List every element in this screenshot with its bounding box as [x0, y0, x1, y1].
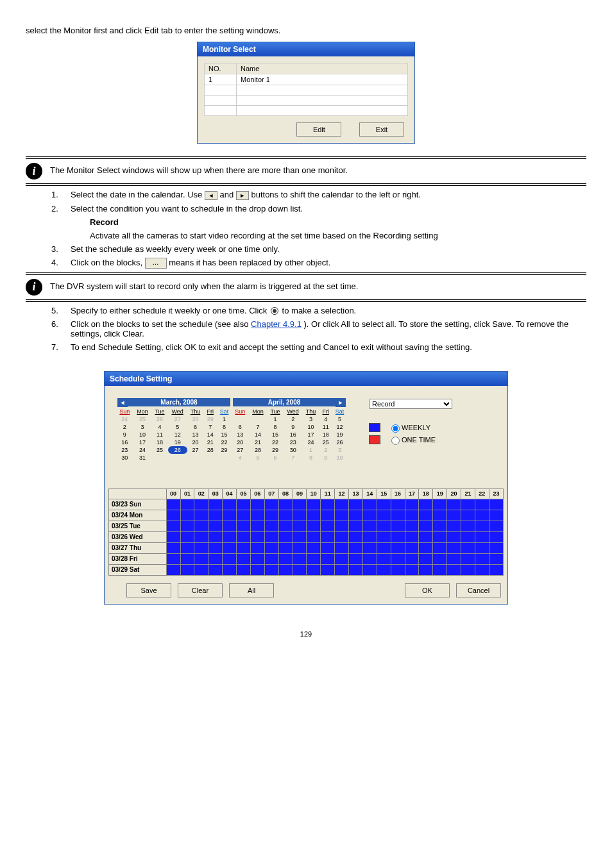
schedule-cell[interactable] — [405, 521, 419, 531]
schedule-cell[interactable] — [180, 521, 194, 531]
schedule-cell[interactable] — [250, 542, 264, 553]
schedule-cell[interactable] — [278, 499, 293, 510]
schedule-cell[interactable] — [461, 499, 475, 510]
schedule-cell[interactable] — [293, 531, 307, 542]
schedule-type-select[interactable]: Record — [369, 399, 452, 409]
schedule-cell[interactable] — [223, 564, 237, 575]
schedule-cell[interactable] — [194, 510, 208, 521]
schedule-cell[interactable] — [377, 531, 391, 542]
schedule-cell[interactable] — [321, 499, 335, 510]
weekly-radio[interactable] — [391, 424, 400, 433]
selected-date[interactable]: 26 — [168, 446, 187, 454]
schedule-cell[interactable] — [335, 531, 349, 542]
all-button[interactable]: All — [229, 583, 274, 597]
monitor-table[interactable]: NO. Name 1 Monitor 1 — [204, 63, 408, 116]
schedule-cell[interactable] — [447, 553, 461, 564]
schedule-cell[interactable] — [166, 564, 180, 575]
schedule-cell[interactable] — [208, 510, 223, 521]
schedule-cell[interactable] — [250, 553, 264, 564]
edit-button[interactable]: Edit — [296, 122, 341, 137]
schedule-cell[interactable] — [362, 531, 377, 542]
onetime-radio[interactable] — [391, 437, 400, 445]
schedule-cell[interactable] — [405, 499, 419, 510]
schedule-cell[interactable] — [208, 531, 223, 542]
schedule-cell[interactable] — [166, 521, 180, 531]
schedule-cell[interactable] — [433, 521, 447, 531]
schedule-cell[interactable] — [475, 499, 489, 510]
schedule-cell[interactable] — [307, 564, 321, 575]
schedule-cell[interactable] — [475, 542, 489, 553]
schedule-cell[interactable] — [180, 553, 194, 564]
schedule-cell[interactable] — [349, 564, 363, 575]
schedule-cell[interactable] — [433, 542, 447, 553]
schedule-cell[interactable] — [362, 510, 377, 521]
schedule-cell[interactable] — [362, 564, 377, 575]
schedule-cell[interactable] — [250, 564, 264, 575]
schedule-cell[interactable] — [264, 510, 278, 521]
schedule-cell[interactable] — [391, 564, 405, 575]
schedule-cell[interactable] — [293, 542, 307, 553]
schedule-cell[interactable] — [447, 521, 461, 531]
schedule-cell[interactable] — [278, 564, 293, 575]
schedule-cell[interactable] — [307, 499, 321, 510]
schedule-cell[interactable] — [391, 542, 405, 553]
schedule-cell[interactable] — [321, 542, 335, 553]
schedule-cell[interactable] — [194, 531, 208, 542]
schedule-cell[interactable] — [208, 521, 223, 531]
schedule-cell[interactable] — [321, 564, 335, 575]
schedule-cell[interactable] — [321, 510, 335, 521]
schedule-cell[interactable] — [447, 564, 461, 575]
schedule-cell[interactable] — [166, 531, 180, 542]
cal-next-button[interactable]: ► — [336, 398, 346, 407]
schedule-cell[interactable] — [237, 553, 251, 564]
schedule-cell[interactable] — [180, 531, 194, 542]
schedule-cell[interactable] — [433, 553, 447, 564]
schedule-cell[interactable] — [391, 521, 405, 531]
schedule-cell[interactable] — [166, 542, 180, 553]
schedule-cell[interactable] — [489, 542, 503, 553]
schedule-cell[interactable] — [461, 553, 475, 564]
schedule-cell[interactable] — [250, 531, 264, 542]
schedule-cell[interactable] — [250, 521, 264, 531]
schedule-cell[interactable] — [419, 521, 433, 531]
schedule-cell[interactable] — [419, 499, 433, 510]
exit-button[interactable]: Exit — [359, 122, 404, 137]
schedule-cell[interactable] — [223, 542, 237, 553]
schedule-cell[interactable] — [194, 499, 208, 510]
schedule-cell[interactable] — [237, 510, 251, 521]
schedule-cell[interactable] — [223, 531, 237, 542]
schedule-cell[interactable] — [419, 531, 433, 542]
chapter-link[interactable]: Chapter 4.9.1 — [251, 319, 302, 329]
schedule-cell[interactable] — [264, 499, 278, 510]
schedule-cell[interactable] — [391, 510, 405, 521]
schedule-cell[interactable] — [433, 510, 447, 521]
clear-button[interactable]: Clear — [178, 583, 223, 597]
schedule-cell[interactable] — [475, 510, 489, 521]
schedule-cell[interactable] — [461, 510, 475, 521]
schedule-cell[interactable] — [237, 564, 251, 575]
schedule-cell[interactable] — [461, 542, 475, 553]
schedule-cell[interactable] — [250, 510, 264, 521]
schedule-cell[interactable] — [447, 499, 461, 510]
schedule-cell[interactable] — [194, 542, 208, 553]
cal-prev-button[interactable]: ◄ — [117, 398, 128, 407]
schedule-cell[interactable] — [377, 499, 391, 510]
schedule-cell[interactable] — [335, 553, 349, 564]
schedule-cell[interactable] — [349, 510, 363, 521]
schedule-cell[interactable] — [489, 510, 503, 521]
schedule-cell[interactable] — [433, 564, 447, 575]
schedule-cell[interactable] — [264, 564, 278, 575]
schedule-cell[interactable] — [489, 499, 503, 510]
schedule-cell[interactable] — [208, 553, 223, 564]
schedule-cell[interactable] — [419, 564, 433, 575]
schedule-cell[interactable] — [208, 542, 223, 553]
schedule-cell[interactable] — [475, 553, 489, 564]
schedule-cell[interactable] — [250, 499, 264, 510]
schedule-cell[interactable] — [307, 553, 321, 564]
schedule-cell[interactable] — [194, 521, 208, 531]
schedule-cell[interactable] — [419, 510, 433, 521]
schedule-cell[interactable] — [223, 510, 237, 521]
schedule-cell[interactable] — [208, 564, 223, 575]
schedule-cell[interactable] — [405, 510, 419, 521]
schedule-cell[interactable] — [405, 531, 419, 542]
